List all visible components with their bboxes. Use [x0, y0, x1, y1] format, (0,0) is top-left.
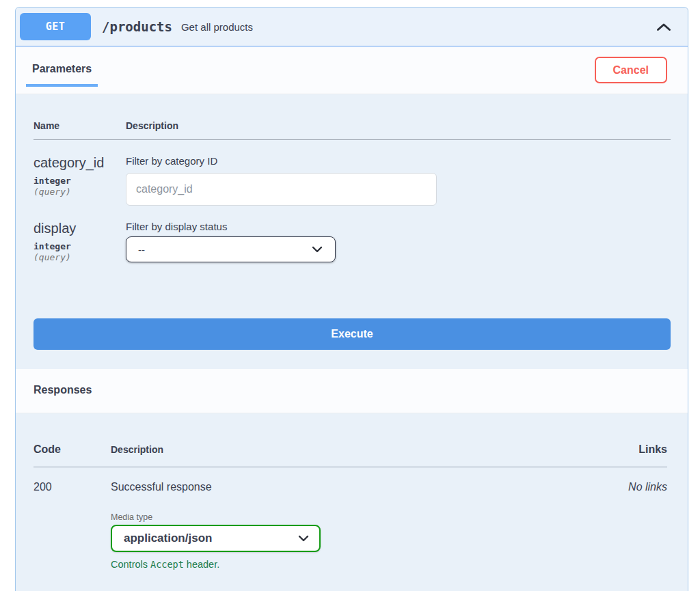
responses-section-header: Responses [16, 369, 688, 413]
column-header-name: Name [33, 120, 126, 140]
note-code: Accept [150, 559, 184, 570]
media-type-select[interactable]: application/json [111, 525, 321, 552]
param-name: display [33, 221, 126, 236]
column-header-description: Description [126, 120, 671, 140]
endpoint-description: Get all products [181, 21, 253, 33]
execute-wrapper: Execute [33, 264, 671, 369]
responses-title: Responses [33, 384, 92, 396]
accept-header-note: Controls Accept header. [111, 559, 571, 570]
note-prefix: Controls [111, 559, 148, 570]
param-description: Filter by display status [126, 221, 671, 232]
method-badge: GET [20, 13, 91, 40]
cancel-button[interactable]: Cancel [595, 57, 667, 83]
parameters-section-header: Parameters Cancel [16, 46, 688, 94]
display-select[interactable]: -- [126, 236, 336, 262]
param-description: Filter by category ID [126, 155, 671, 167]
responses-body: Code Description Links 200 Successful re… [16, 413, 688, 591]
media-type-label: Media type [111, 512, 571, 522]
category-id-input[interactable] [126, 173, 437, 206]
param-type: integer [33, 241, 126, 251]
param-location: (query) [33, 186, 126, 198]
responses-table: Code Description Links 200 Successful re… [33, 443, 667, 570]
media-type-block: Media type application/json [111, 512, 571, 570]
table-row-category-id: category_id integer (query) Filter by ca… [33, 140, 671, 206]
note-suffix: header. [187, 559, 219, 570]
parameters-body: Name Description category_id integer (qu… [16, 94, 688, 369]
response-code: 200 [33, 467, 111, 570]
column-header-description: Description [111, 443, 571, 467]
column-header-code: Code [33, 443, 111, 467]
table-row-response-200: 200 Successful response Media type appli… [33, 467, 667, 570]
parameters-table: Name Description category_id integer (qu… [33, 120, 671, 264]
response-description: Successful response [111, 481, 571, 493]
swagger-page: GET /products Get all products Parameter… [0, 0, 700, 591]
endpoint-summary[interactable]: GET /products Get all products [16, 8, 688, 46]
execute-button[interactable]: Execute [33, 318, 671, 350]
collapse-button[interactable] [654, 20, 674, 34]
param-location: (query) [33, 251, 126, 264]
opblock-get-products: GET /products Get all products Parameter… [15, 7, 688, 591]
endpoint-path: /products [102, 19, 172, 34]
param-name: category_id [33, 155, 126, 171]
response-links: No links [571, 467, 667, 570]
tab-parameters[interactable]: Parameters [26, 63, 98, 87]
column-header-links: Links [571, 443, 667, 467]
chevron-up-icon [656, 23, 671, 33]
table-row-display: display integer (query) Filter by displa… [33, 206, 671, 264]
param-type: integer [33, 176, 126, 186]
